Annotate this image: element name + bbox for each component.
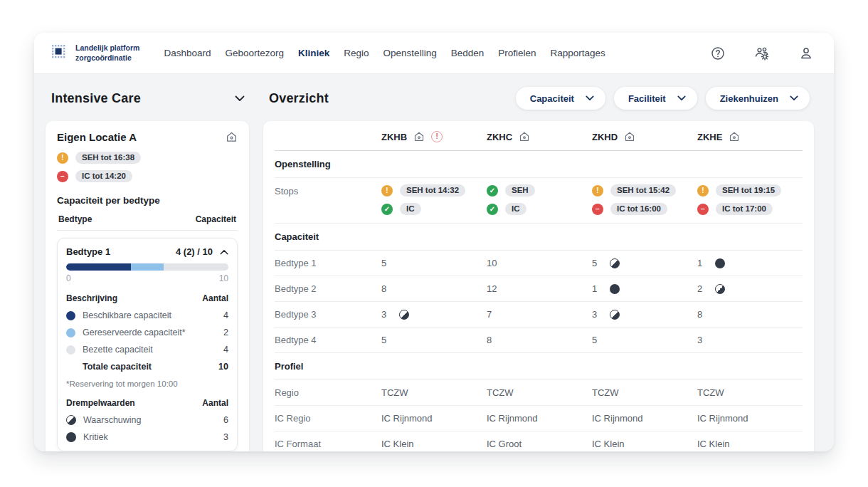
ok-status-icon: ✓ (487, 204, 498, 215)
chevron-down-icon[interactable] (235, 95, 245, 102)
legend-value: 4 (223, 310, 228, 320)
bedtype1-header-row[interactable]: Bedtype 1 4 (2) / 10 (66, 246, 228, 257)
stop-badge: IC (400, 203, 421, 215)
legend-row-reserved: Gereserveerde capaciteit* 2 (66, 328, 228, 337)
stop-badge-row: ! SEH tot 16:38 (57, 152, 238, 164)
section-label: Capaciteit (275, 231, 381, 242)
threshold-value: 6 (223, 415, 228, 425)
cell-value: 12 (487, 283, 497, 294)
legend-value: 4 (223, 345, 228, 355)
chevron-up-icon[interactable] (220, 249, 228, 255)
row-label: Bedtype 4 (275, 335, 381, 345)
top-nav-bar: Landelijk platform zorgcoördinatie Dashb… (34, 33, 834, 74)
cell-value: IC Klein (592, 439, 625, 449)
critical-status-icon: − (697, 204, 709, 215)
nav-item-geboortezorg[interactable]: Geboortezorg (225, 48, 284, 58)
app-window: Landelijk platform zorgcoördinatie Dashb… (34, 33, 834, 451)
stop-badge: IC tot 16:00 (610, 203, 667, 215)
nav-item-profielen[interactable]: Profielen (498, 48, 536, 58)
app-logo: Landelijk platform zorgcoördinatie (51, 43, 139, 62)
filter-label: Ziekenhuizen (720, 93, 778, 104)
row-label: Bedtype 1 (275, 258, 381, 268)
chevron-down-icon (677, 95, 686, 101)
critical-status-icon: − (592, 204, 603, 215)
capacity-row-bedtype1: Bedtype 1 5 10 5 1 (275, 251, 803, 276)
own-location-card: Eigen Locatie A ! SEH tot 16:38 − IC (46, 121, 249, 451)
cell-value: TCZW (592, 387, 619, 398)
stop-badge-row: − IC tot 14:20 (57, 170, 238, 182)
filter-capaciteit[interactable]: Capaciteit (516, 87, 605, 110)
main-nav: Dashboard Geboortezorg Kliniek Regio Ope… (164, 48, 605, 58)
cell-value: IC Rijnmond (487, 413, 538, 424)
cell-value: 3 (592, 309, 597, 320)
threshold-row-critical: Kritiek 3 (66, 432, 228, 442)
warning-threshold-icon (66, 415, 76, 425)
stop-badge: IC tot 14:20 (75, 170, 132, 182)
capacity-column-headers: Bedtype Capaciteit (57, 214, 238, 231)
warning-status-icon: ! (592, 185, 603, 197)
threshold-value: 3 (223, 432, 228, 442)
cell-value: IC Rijnmond (697, 413, 748, 424)
stop-badge: SEH tot 19:15 (716, 184, 781, 197)
col-aantal: Aantal (202, 398, 228, 408)
bedtype1-name: Bedtype 1 (66, 246, 176, 257)
profile-row-ic-formaat: IC Formaat IC Klein IC Groot IC Klein IC… (275, 431, 803, 451)
warning-status-icon: ! (57, 152, 68, 164)
warning-threshold-icon (610, 310, 620, 320)
nav-item-openstelling[interactable]: Openstelling (383, 48, 437, 58)
help-icon[interactable] (710, 46, 726, 61)
capacity-section-title: Capaciteit per bedtype (57, 195, 238, 206)
legend-column-headers: Beschrijving Aantal (66, 293, 228, 303)
home-icon (624, 131, 635, 142)
legend-value: 2 (223, 328, 228, 337)
location-title: Eigen Locatie A (57, 131, 137, 143)
legend-label: Bezette capaciteit (83, 345, 223, 355)
location-stop-badges: ! SEH tot 16:38 − IC tot 14:20 (57, 152, 238, 182)
threshold-label: Waarschuwing (83, 415, 223, 425)
col-aantal: Aantal (202, 293, 228, 303)
stops-cell-zkhd: !SEH tot 15:42 −IC tot 16:00 (592, 184, 697, 215)
warning-threshold-icon (715, 284, 725, 294)
nav-item-rapportages[interactable]: Rapportages (551, 48, 605, 58)
stop-badge: SEH tot 15:42 (610, 184, 676, 197)
home-icon (729, 131, 740, 142)
chevron-down-icon (586, 95, 594, 101)
capacity-row-bedtype2: Bedtype 2 8 12 1 2 (275, 276, 803, 302)
bar-scale: 0 10 (66, 273, 228, 283)
team-settings-icon[interactable] (754, 46, 770, 61)
location-card-header: Eigen Locatie A (57, 131, 238, 143)
nav-item-dashboard[interactable]: Dashboard (164, 48, 211, 58)
bedtype1-expanded-panel: Bedtype 1 4 (2) / 10 0 10 (57, 238, 238, 451)
bedtype1-value: 4 (2) / 10 (176, 246, 213, 257)
critical-threshold-icon (610, 284, 620, 294)
filter-ziekenhuizen[interactable]: Ziekenhuizen (706, 87, 810, 110)
nav-item-bedden[interactable]: Bedden (451, 48, 485, 58)
logo-icon (51, 44, 70, 63)
critical-threshold-icon (66, 432, 76, 442)
cell-value: 8 (381, 283, 386, 294)
stop-badge: IC (505, 203, 526, 215)
nav-item-kliniek[interactable]: Kliniek (298, 48, 329, 58)
col-drempelwaarden: Drempelwaarden (66, 398, 135, 408)
cell-value: 5 (381, 258, 386, 268)
hospital-name: ZKHD (592, 132, 618, 142)
user-profile-icon[interactable] (798, 46, 814, 61)
cell-value: 3 (381, 309, 386, 320)
cell-value: 1 (592, 283, 597, 294)
col-beschrijving: Beschrijving (66, 293, 117, 303)
warning-status-icon: ! (697, 185, 709, 197)
cell-value: TCZW (381, 387, 408, 398)
stops-cell-zkhc: ✓SEH ✓IC (487, 184, 592, 215)
threshold-column-headers: Drempelwaarden Aantal (66, 398, 228, 408)
left-panel: Intensive Care Eigen Locatie A ! (46, 85, 249, 434)
filter-faciliteit[interactable]: Faciliteit (614, 87, 697, 110)
available-dot-icon (66, 311, 75, 320)
stop-badge: SEH tot 16:38 (75, 152, 141, 164)
nav-item-regio[interactable]: Regio (344, 48, 369, 58)
stops-cell-zkhb: !SEH tot 14:32 ✓IC (381, 184, 487, 215)
row-label: Bedtype 3 (275, 309, 381, 320)
filter-label: Capaciteit (530, 93, 574, 104)
home-icon (413, 131, 425, 142)
critical-threshold-icon (715, 258, 725, 268)
cell-value: IC Klein (697, 439, 730, 449)
